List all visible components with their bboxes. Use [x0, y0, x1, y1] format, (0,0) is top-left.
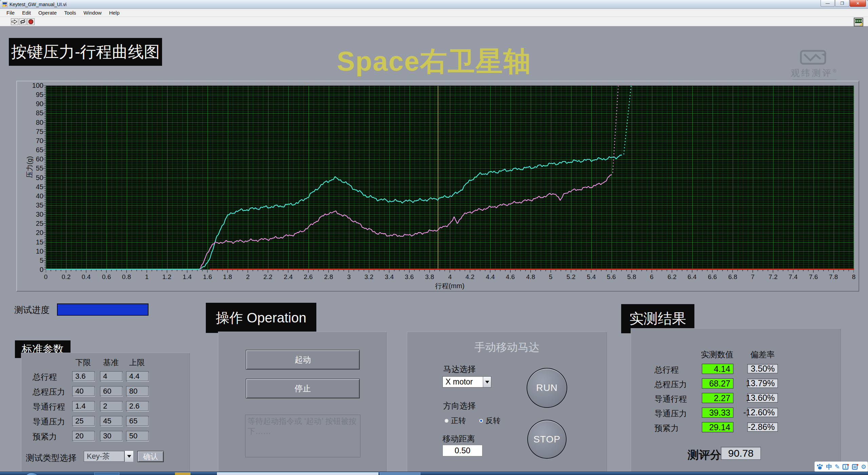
param-input-4-2[interactable]: 50 — [126, 431, 149, 441]
taskbar-active-item[interactable] — [217, 472, 378, 475]
taskbar[interactable] — [0, 472, 868, 475]
param-input-0-0[interactable]: 3.6 — [72, 371, 95, 381]
x-tick-label: 2.6 — [297, 273, 319, 281]
param-input-1-0[interactable]: 40 — [72, 386, 95, 396]
force-travel-chart: 压力(g) 0510152025303540455055606570758085… — [16, 81, 859, 292]
x-tick-label: 5 — [540, 273, 561, 281]
param-row-label: 导通行程 — [33, 401, 65, 412]
vi-panel-icon[interactable] — [854, 18, 863, 26]
stop-button[interactable]: 停止 — [246, 379, 360, 398]
y-tick-label: 100 — [27, 82, 43, 90]
ime-mode-icon[interactable]: 中 — [826, 463, 832, 471]
taskbar-folder-item[interactable] — [175, 472, 191, 475]
x-tick-label: 5.4 — [580, 273, 602, 281]
y-tick-label: 5 — [27, 257, 43, 264]
distance-input[interactable]: 0.50 — [442, 445, 482, 456]
direction-radio-reverse[interactable]: 反转 — [479, 416, 500, 426]
direction-radio-forward[interactable]: 正转 — [444, 416, 466, 426]
stop-button-round[interactable]: STOP — [527, 420, 567, 459]
start-button[interactable]: 起动 — [246, 350, 360, 370]
param-input-3-0[interactable]: 25 — [72, 416, 95, 426]
x-tick-label: 4.6 — [499, 273, 521, 281]
test-type-dropdown-arrow-icon[interactable] — [124, 451, 133, 462]
y-tick-label: 10 — [27, 248, 43, 255]
abort-icon — [28, 19, 34, 24]
result-deviation: -12.60% — [747, 408, 778, 417]
restore-button[interactable]: ❐ — [835, 0, 849, 7]
radio-icon[interactable] — [444, 418, 449, 423]
y-tick-label: 90 — [27, 100, 43, 108]
continuous-run-button[interactable] — [19, 18, 26, 25]
menu-item-window[interactable]: Window — [80, 10, 105, 16]
calendar-icon[interactable]: 1 — [842, 463, 849, 470]
direction-select-label: 方向选择 — [443, 400, 476, 411]
x-tick-label: 7.8 — [823, 273, 844, 281]
param-input-4-0[interactable]: 20 — [72, 431, 95, 441]
y-tick-label: 45 — [27, 183, 43, 191]
menu-item-edit[interactable]: Edit — [18, 10, 35, 16]
toolbar — [0, 17, 868, 26]
y-tick-label: 0 — [27, 266, 43, 274]
param-input-3-2[interactable]: 65 — [126, 416, 149, 426]
result-value: 68.27 — [702, 378, 733, 389]
run-button-round[interactable]: RUN — [527, 368, 567, 408]
param-input-0-1[interactable]: 4 — [100, 371, 122, 381]
x-tick-label: 6 — [641, 273, 663, 281]
taskbar-item[interactable] — [380, 472, 420, 475]
abort-button[interactable] — [27, 18, 35, 25]
menu-item-file[interactable]: File — [3, 10, 18, 16]
manual-motor-title: 手动移动马达 — [407, 340, 607, 355]
results-col-value-header: 实测数值 — [698, 349, 736, 360]
test-type-dropdown[interactable]: Key-茶 — [84, 451, 124, 462]
x-tick-label: 6.2 — [661, 273, 683, 281]
y-tick-label: 70 — [27, 137, 43, 145]
close-button[interactable]: ✕ — [850, 0, 866, 7]
param-row-label: 总行程 — [33, 372, 57, 382]
x-tick-label: 4.8 — [520, 273, 541, 281]
motor-dropdown-arrow-icon[interactable] — [483, 377, 491, 387]
param-input-3-1[interactable]: 45 — [100, 416, 122, 426]
start-orb-icon[interactable] — [24, 472, 39, 475]
y-tick-label: 80 — [27, 119, 43, 126]
plot-area[interactable] — [46, 85, 854, 270]
page-title: Space右卫星轴 — [0, 43, 868, 80]
param-input-2-0[interactable]: 1.4 — [72, 401, 95, 411]
minimize-button[interactable]: — — [821, 0, 835, 7]
pen-icon[interactable]: ✎ — [835, 463, 840, 471]
motor-select-dropdown[interactable]: X motor — [442, 376, 491, 388]
paw-icon[interactable] — [816, 463, 824, 470]
settings-gear-icon[interactable]: ⚙ — [861, 463, 866, 471]
menu-item-tools[interactable]: Tools — [60, 10, 80, 16]
param-input-4-1[interactable]: 30 — [100, 431, 122, 441]
taskbar-item[interactable] — [94, 472, 119, 475]
window-title: Keytest_GW_manual_UI.vi — [9, 2, 66, 7]
distance-label: 移动距离 — [442, 433, 475, 444]
progress-label: 测试进度 — [14, 304, 50, 316]
x-tick-label: 0 — [35, 273, 57, 281]
logo-cn-text: 观纬测评 — [791, 68, 833, 78]
param-input-2-2[interactable]: 2.6 — [126, 401, 149, 411]
x-tick-label: 5.6 — [600, 273, 622, 281]
menu-item-operate[interactable]: Operate — [35, 10, 60, 16]
radio-icon[interactable] — [479, 418, 484, 423]
notepad-icon[interactable] — [852, 463, 859, 470]
title-bar[interactable]: Keytest_GW_manual_UI.vi — ❐ ✕ — [0, 0, 868, 9]
result-value: 2.27 — [702, 393, 733, 403]
run-button[interactable] — [11, 18, 18, 25]
run-icon — [12, 19, 18, 24]
x-tick-label: 7 — [742, 273, 764, 281]
param-input-1-2[interactable]: 80 — [126, 386, 149, 396]
x-tick-label: 0.6 — [96, 273, 117, 281]
param-col-header: 基准 — [100, 357, 122, 368]
param-input-0-2[interactable]: 4.4 — [126, 371, 149, 381]
param-input-1-1[interactable]: 60 — [100, 386, 122, 396]
param-input-2-1[interactable]: 2 — [100, 401, 122, 411]
confirm-button[interactable]: 确认 — [137, 451, 164, 462]
x-tick-label: 3.2 — [358, 273, 380, 281]
app-window: Keytest_GW_manual_UI.vi — ❐ ✕ FileEditOp… — [0, 0, 868, 475]
x-tick-label: 0.2 — [55, 273, 77, 281]
y-tick-label: 20 — [27, 229, 43, 237]
menu-item-help[interactable]: Help — [105, 10, 123, 16]
param-col-header: 上限 — [126, 357, 148, 368]
x-tick-label: 1.6 — [197, 273, 218, 281]
